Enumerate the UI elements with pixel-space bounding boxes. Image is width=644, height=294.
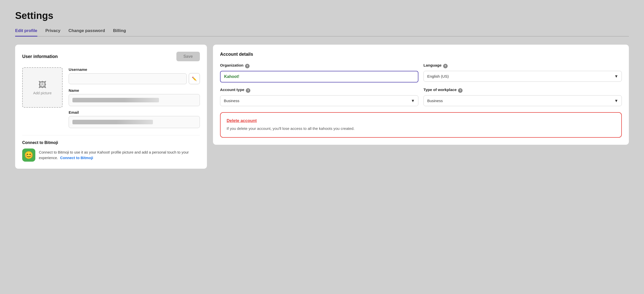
account-type-group: Account type ? Business Personal Educati…: [220, 87, 418, 106]
delete-account-link[interactable]: Delete account: [227, 118, 257, 123]
organization-help-icon[interactable]: ?: [245, 64, 250, 68]
workplace-label: Type of workplace: [423, 87, 457, 92]
account-type-workplace-row: Account type ? Business Personal Educati…: [220, 87, 622, 106]
tab-change-password[interactable]: Change password: [68, 28, 105, 37]
language-select[interactable]: English (US) English (UK) Spanish French…: [423, 71, 622, 82]
save-button[interactable]: Save: [176, 52, 200, 61]
account-details-title: Account details: [220, 52, 253, 57]
account-type-label-row: Account type ?: [220, 87, 418, 93]
username-field-group: Username ✏️: [69, 67, 200, 84]
left-panel: User information Save 🖼 Add picture User…: [15, 45, 207, 169]
main-content: User information Save 🖼 Add picture User…: [15, 45, 629, 169]
organization-group: Organization ?: [220, 63, 418, 82]
language-label: Language: [423, 63, 442, 67]
email-input[interactable]: [69, 116, 200, 128]
name-input[interactable]: [69, 94, 200, 106]
username-input-wrap: ✏️: [69, 73, 200, 84]
user-info-row: 🖼 Add picture Username ✏️ Name: [22, 67, 200, 128]
settings-tabs: Edit profile Privacy Change password Bil…: [15, 28, 629, 37]
name-label: Name: [69, 88, 200, 93]
add-picture-label: Add picture: [33, 91, 52, 95]
connect-bitmoji-link[interactable]: Connect to Bitmoji: [60, 156, 93, 160]
image-icon: 🖼: [38, 80, 46, 90]
user-information-title: User information: [22, 54, 58, 59]
email-label: Email: [69, 110, 200, 114]
email-placeholder-bar: [72, 120, 153, 124]
tab-billing[interactable]: Billing: [113, 28, 126, 37]
right-panel-header: Account details: [220, 52, 622, 57]
language-help-icon[interactable]: ?: [443, 64, 448, 68]
workplace-group: Type of workplace ? Business School Univ…: [423, 87, 622, 106]
bitmoji-face-icon: 😊: [24, 151, 33, 159]
organization-label: Organization: [220, 63, 244, 67]
connect-bitmoji-row: 😊 Connect to Bitmoji to use it as your K…: [22, 149, 200, 162]
avatar-upload[interactable]: 🖼 Add picture: [22, 67, 63, 108]
user-fields: Username ✏️ Name Email: [69, 67, 200, 128]
tab-edit-profile[interactable]: Edit profile: [15, 28, 37, 37]
bitmoji-icon: 😊: [22, 149, 35, 162]
connect-bitmoji-text: Connect to Bitmoji to use it as your Kah…: [39, 150, 200, 161]
org-label-row: Organization ?: [220, 63, 418, 69]
tab-privacy[interactable]: Privacy: [45, 28, 61, 37]
workplace-select-wrap: Business School University Home ▼: [423, 95, 622, 106]
connect-bitmoji-title: Connect to Bitmoji: [22, 140, 200, 145]
language-select-wrap: English (US) English (UK) Spanish French…: [423, 71, 622, 82]
org-language-row: Organization ? Language ? English (US) E…: [220, 63, 622, 82]
workplace-help-icon[interactable]: ?: [458, 88, 463, 93]
email-field-group: Email: [69, 110, 200, 128]
workplace-label-row: Type of workplace ?: [423, 87, 622, 93]
username-edit-button[interactable]: ✏️: [189, 73, 200, 84]
username-input[interactable]: [69, 73, 187, 84]
username-label: Username: [69, 67, 200, 72]
account-type-select[interactable]: Business Personal Education: [220, 95, 418, 106]
right-panel: Account details Organization ? Language …: [213, 45, 629, 145]
language-group: Language ? English (US) English (UK) Spa…: [423, 63, 622, 82]
name-field-group: Name: [69, 88, 200, 106]
connect-bitmoji-section: Connect to Bitmoji 😊 Connect to Bitmoji …: [22, 135, 200, 162]
page-title: Settings: [15, 10, 629, 21]
account-type-select-wrap: Business Personal Education ▼: [220, 95, 418, 106]
name-placeholder-bar: [72, 98, 159, 102]
delete-account-description: If you delete your account, you'll lose …: [227, 126, 615, 132]
organization-input[interactable]: [220, 71, 418, 82]
account-type-help-icon[interactable]: ?: [246, 88, 250, 93]
left-panel-header: User information Save: [22, 52, 200, 61]
account-type-label: Account type: [220, 87, 244, 92]
language-label-row: Language ?: [423, 63, 622, 69]
delete-account-box: Delete account If you delete your accoun…: [220, 112, 622, 138]
workplace-select[interactable]: Business School University Home: [423, 95, 622, 106]
